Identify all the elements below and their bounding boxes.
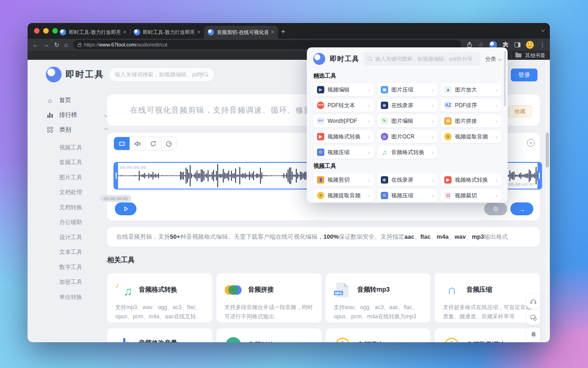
chevron-right-icon: › xyxy=(368,177,370,184)
menu-dots-icon[interactable]: ⋮ xyxy=(539,41,545,48)
site-search[interactable] xyxy=(109,67,215,82)
popup-search-input[interactable] xyxy=(375,56,477,62)
related-tool-card-音频格式转换[interactable]: ♪♫音频格式转换支持mp3、wav、ogg、ac3、flac、opus、pcm、… xyxy=(107,273,212,322)
chevron-up-icon xyxy=(104,128,108,132)
tool-card-视频格式转换[interactable]: ▶视频格式转换› xyxy=(313,130,374,143)
minimize-window-button[interactable] xyxy=(43,28,49,34)
circle-glyph: ≈ xyxy=(226,337,241,342)
tool-card-视频剪切[interactable]: ▮视频剪切› xyxy=(313,173,374,186)
popup-search[interactable] xyxy=(364,52,481,66)
chevron-right-icon: › xyxy=(368,133,370,140)
editor-toolbar xyxy=(113,137,177,150)
support-headset-button[interactable] xyxy=(526,294,540,308)
loop-tool-button[interactable] xyxy=(145,137,161,150)
feedback-chat-button[interactable] xyxy=(526,311,540,325)
browser-tab[interactable]: 即时工具-致力打造即用即走型在× xyxy=(130,26,204,39)
related-tool-card-音频修改音量[interactable]: 音频修改音量 xyxy=(107,328,212,342)
page-scrollbar[interactable] xyxy=(545,60,549,342)
volume-tool-button[interactable] xyxy=(130,137,145,150)
tool-card-图片OCR[interactable]: ◎图片OCR› xyxy=(377,130,438,143)
tool-card-图片拼接[interactable]: ⊞图片拼接› xyxy=(441,115,501,127)
category-dropdown[interactable]: 分类 xyxy=(485,55,501,63)
browser-tab[interactable]: 即时工具-致力打造即用即走型在× xyxy=(56,26,130,39)
tab-close-icon[interactable]: × xyxy=(123,29,126,35)
image-edit-icon: ✎ xyxy=(381,117,388,125)
tool-card-在线录屏[interactable]: ◉在线录屏› xyxy=(377,173,438,186)
speed-tool-button[interactable] xyxy=(161,137,176,150)
popup-scrollbar-thumb[interactable] xyxy=(504,51,506,106)
tool-card-视频提取音频[interactable]: ≈视频提取音频› xyxy=(441,130,501,143)
popup-tool-grid: ▶视频编辑›▣图片压缩›▲图片放大›OCRPDF转文本›◉在线录屏›AZPDF排… xyxy=(313,83,501,159)
trim-end-handle[interactable] xyxy=(537,163,541,189)
bookmark-star-icon[interactable]: ☆ xyxy=(478,42,484,48)
chat-icon xyxy=(530,314,537,322)
url-host: www.67tool.com xyxy=(99,42,136,47)
card-title: 音频调速 xyxy=(357,341,383,342)
word-to-pdf-icon: DOC xyxy=(317,117,324,125)
tool-card-视频压缩[interactable]: ⚙视频压缩› xyxy=(313,146,374,159)
profile-avatar[interactable] xyxy=(526,41,534,49)
popup-body: 精选工具▶视频编辑›▣图片压缩›▲图片放大›OCRPDF转文本›◉在线录屏›AZ… xyxy=(307,72,508,202)
related-tool-card-音频倒放[interactable]: ≈音频倒放 xyxy=(216,328,322,342)
tool-card-图片压缩[interactable]: ▣图片压缩› xyxy=(377,83,438,96)
tool-card-音频格式转换[interactable]: ♫音频格式转换› xyxy=(377,146,438,159)
tool-card-在线录屏[interactable]: ◉在线录屏› xyxy=(377,99,438,112)
video-compress-icon: ⚙ xyxy=(317,149,324,156)
tool-label: 图片拼接 xyxy=(455,117,492,125)
divider xyxy=(511,52,512,58)
favorite-button[interactable]: 收藏 xyxy=(508,105,532,117)
card-title: 音频转mp3 xyxy=(357,286,390,294)
category-icon xyxy=(47,127,53,132)
trim-start-handle[interactable] xyxy=(114,163,118,189)
tab-search-chevron-icon[interactable] xyxy=(541,28,545,32)
extensions-puzzle-icon[interactable] xyxy=(503,41,509,48)
tool-card-视频裁切[interactable]: ⊡视频裁切› xyxy=(441,189,501,202)
next-step-button[interactable]: → xyxy=(510,202,533,215)
tab-title: 即时工具-致力打造即用即走型在 xyxy=(143,29,194,36)
close-window-button[interactable] xyxy=(34,28,40,34)
tab-close-icon[interactable]: × xyxy=(271,29,274,35)
tool-card-Word转PDF[interactable]: DOCWord转PDF› xyxy=(313,115,374,127)
card-title: 音频拼接 xyxy=(248,286,274,294)
related-tool-card-音频调速[interactable]: 音频调速 xyxy=(326,328,431,342)
window-controls[interactable] xyxy=(34,28,58,34)
tool-card-视频提取音频[interactable]: ≈视频提取音频› xyxy=(313,189,374,202)
settings-button[interactable]: ⚙ xyxy=(484,202,507,215)
video-extract-audio-icon: ≈ xyxy=(444,133,452,140)
image-stitch-icon: ⊞ xyxy=(444,117,452,125)
tool-card-视频压缩[interactable]: ⚙视频压缩› xyxy=(377,189,438,202)
login-button[interactable]: 登录 xyxy=(511,69,537,81)
scrollbar-thumb[interactable] xyxy=(546,132,549,167)
new-tab-button[interactable]: + xyxy=(281,27,285,35)
forward-icon[interactable]: → xyxy=(43,42,49,48)
headset-icon xyxy=(530,298,537,305)
tab-close-icon[interactable]: × xyxy=(197,29,200,35)
other-bookmarks-label[interactable]: 其他书签 xyxy=(525,52,545,59)
end-timestamp: 00:00:43:67 xyxy=(509,182,535,187)
close-editor-icon[interactable]: × xyxy=(527,139,535,147)
related-tool-card-音频转mp3[interactable]: MP3音频转mp3支持wav、ogg、ac3、aac、flac、opus、pcm… xyxy=(326,273,431,322)
related-tool-card-音频压缩[interactable]: ∩音频压缩支持超多格式在线压缩，可自定音频质量、频通道、音频采样率等 xyxy=(435,273,540,322)
tool-card-PDF排序[interactable]: AZPDF排序› xyxy=(441,99,501,112)
tab-title: 音频剪切-在线可视化音频剪辑， xyxy=(217,29,268,36)
play-button[interactable] xyxy=(115,202,136,215)
tool-label: Word转PDF xyxy=(328,117,365,125)
tool-card-视频编辑[interactable]: ▶视频编辑› xyxy=(313,83,374,96)
share-icon[interactable] xyxy=(466,41,473,48)
reload-icon[interactable]: ↻ xyxy=(54,42,59,48)
tool-card-PDF转文本[interactable]: OCRPDF转文本› xyxy=(313,99,374,112)
tool-card-视频格式转换[interactable]: ▶视频格式转换› xyxy=(441,173,501,186)
notification-bell-button[interactable] xyxy=(526,328,540,341)
related-tool-card-音频批量调速[interactable]: 音频批量调速 xyxy=(435,328,540,342)
browser-tab[interactable]: 音频剪切-在线可视化音频剪辑，× xyxy=(204,26,278,39)
related-tool-card-音频拼接[interactable]: 音频拼接支持多段音频合并成一段音频，同时可进行不同格式输出 xyxy=(216,273,322,322)
tool-card-图片编辑[interactable]: ✎图片编辑› xyxy=(377,115,438,127)
trim-tool-button[interactable] xyxy=(114,137,130,150)
site-search-input[interactable] xyxy=(115,71,204,78)
site-logo[interactable]: 即时工具 xyxy=(46,67,104,82)
side-panel-icon[interactable] xyxy=(514,42,520,47)
back-icon[interactable]: ← xyxy=(32,42,38,48)
home-icon[interactable]: ⌂ xyxy=(64,42,68,48)
tool-card-图片放大[interactable]: ▲图片放大› xyxy=(441,83,501,96)
video-extract-audio-icon: ≈ xyxy=(317,192,324,199)
